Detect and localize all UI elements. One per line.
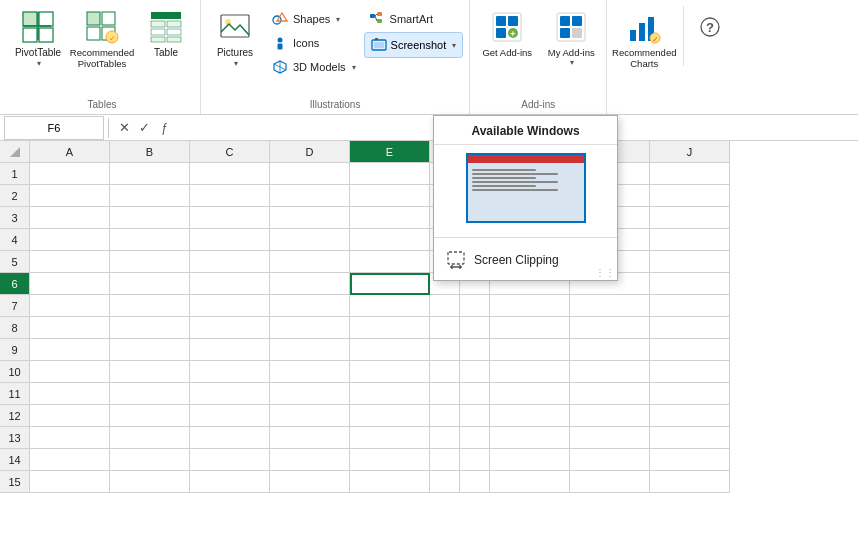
- screenshot-button[interactable]: Screenshot ▾: [364, 32, 464, 58]
- row-header-4[interactable]: 4: [0, 229, 30, 251]
- row-header-5[interactable]: 5: [0, 251, 30, 273]
- cell-J1[interactable]: [650, 163, 730, 185]
- cell-J5[interactable]: [650, 251, 730, 273]
- cell-D7[interactable]: [270, 295, 350, 317]
- cell-J7[interactable]: [650, 295, 730, 317]
- cell-G10[interactable]: [460, 361, 490, 383]
- cell-C3[interactable]: [190, 207, 270, 229]
- cell-H8[interactable]: [490, 317, 570, 339]
- cell-C4[interactable]: [190, 229, 270, 251]
- cell-E1[interactable]: [350, 163, 430, 185]
- cell-G8[interactable]: [460, 317, 490, 339]
- row-header-3[interactable]: 3: [0, 207, 30, 229]
- cell-J13[interactable]: [650, 427, 730, 449]
- cell-I9[interactable]: [570, 339, 650, 361]
- cell-B3[interactable]: [110, 207, 190, 229]
- cell-A1[interactable]: [30, 163, 110, 185]
- cell-D2[interactable]: [270, 185, 350, 207]
- cell-E14[interactable]: [350, 449, 430, 471]
- cell-C6[interactable]: [190, 273, 270, 295]
- row-header-13[interactable]: 13: [0, 427, 30, 449]
- cell-F8[interactable]: [430, 317, 460, 339]
- cell-F7[interactable]: [430, 295, 460, 317]
- cell-A2[interactable]: [30, 185, 110, 207]
- cell-B9[interactable]: [110, 339, 190, 361]
- cell-J15[interactable]: [650, 471, 730, 493]
- cell-D14[interactable]: [270, 449, 350, 471]
- cell-C9[interactable]: [190, 339, 270, 361]
- cell-A5[interactable]: [30, 251, 110, 273]
- cell-J11[interactable]: [650, 383, 730, 405]
- cell-A11[interactable]: [30, 383, 110, 405]
- cell-J9[interactable]: [650, 339, 730, 361]
- cell-J8[interactable]: [650, 317, 730, 339]
- cell-G7[interactable]: [460, 295, 490, 317]
- cell-C5[interactable]: [190, 251, 270, 273]
- col-header-a[interactable]: A: [30, 141, 110, 163]
- cell-H14[interactable]: [490, 449, 570, 471]
- screen-clipping-button[interactable]: Screen Clipping: [434, 244, 617, 280]
- my-addins-button[interactable]: My Add-ins ▾: [542, 6, 600, 70]
- cell-I13[interactable]: [570, 427, 650, 449]
- cell-G9[interactable]: [460, 339, 490, 361]
- cell-D11[interactable]: [270, 383, 350, 405]
- cell-C12[interactable]: [190, 405, 270, 427]
- cell-E15[interactable]: [350, 471, 430, 493]
- row-header-7[interactable]: 7: [0, 295, 30, 317]
- cell-H12[interactable]: [490, 405, 570, 427]
- pictures-button[interactable]: Pictures ▾: [207, 6, 263, 71]
- cell-C10[interactable]: [190, 361, 270, 383]
- cell-G15[interactable]: [460, 471, 490, 493]
- cell-E12[interactable]: [350, 405, 430, 427]
- cell-I8[interactable]: [570, 317, 650, 339]
- cell-D3[interactable]: [270, 207, 350, 229]
- cell-I7[interactable]: [570, 295, 650, 317]
- cell-C7[interactable]: [190, 295, 270, 317]
- cell-B5[interactable]: [110, 251, 190, 273]
- cell-A15[interactable]: [30, 471, 110, 493]
- get-addins-button[interactable]: + Get Add-ins: [476, 6, 538, 61]
- cell-C8[interactable]: [190, 317, 270, 339]
- cell-F15[interactable]: [430, 471, 460, 493]
- cell-H10[interactable]: [490, 361, 570, 383]
- cell-H9[interactable]: [490, 339, 570, 361]
- cell-A13[interactable]: [30, 427, 110, 449]
- cell-F13[interactable]: [430, 427, 460, 449]
- cell-C2[interactable]: [190, 185, 270, 207]
- cell-A7[interactable]: [30, 295, 110, 317]
- cell-J3[interactable]: [650, 207, 730, 229]
- cell-D10[interactable]: [270, 361, 350, 383]
- cell-D12[interactable]: [270, 405, 350, 427]
- row-header-8[interactable]: 8: [0, 317, 30, 339]
- cell-E13[interactable]: [350, 427, 430, 449]
- cell-A6[interactable]: [30, 273, 110, 295]
- cell-H7[interactable]: [490, 295, 570, 317]
- cell-E10[interactable]: [350, 361, 430, 383]
- cell-A12[interactable]: [30, 405, 110, 427]
- cell-B14[interactable]: [110, 449, 190, 471]
- col-header-e[interactable]: E: [350, 141, 430, 163]
- cell-D8[interactable]: [270, 317, 350, 339]
- cell-I10[interactable]: [570, 361, 650, 383]
- cell-E8[interactable]: [350, 317, 430, 339]
- cell-E2[interactable]: [350, 185, 430, 207]
- recommended-charts-button[interactable]: ✓ RecommendedCharts: [613, 6, 675, 73]
- cell-B12[interactable]: [110, 405, 190, 427]
- row-header-14[interactable]: 14: [0, 449, 30, 471]
- col-header-j[interactable]: J: [650, 141, 730, 163]
- row-header-11[interactable]: 11: [0, 383, 30, 405]
- col-header-d[interactable]: D: [270, 141, 350, 163]
- col-header-b[interactable]: B: [110, 141, 190, 163]
- cell-D6[interactable]: [270, 273, 350, 295]
- cell-J2[interactable]: [650, 185, 730, 207]
- cell-G12[interactable]: [460, 405, 490, 427]
- smartart-button[interactable]: SmartArt: [364, 8, 464, 30]
- cell-E11[interactable]: [350, 383, 430, 405]
- cell-B15[interactable]: [110, 471, 190, 493]
- cell-B7[interactable]: [110, 295, 190, 317]
- cell-J14[interactable]: [650, 449, 730, 471]
- cell-A4[interactable]: [30, 229, 110, 251]
- row-header-1[interactable]: 1: [0, 163, 30, 185]
- cell-B13[interactable]: [110, 427, 190, 449]
- cell-E5[interactable]: [350, 251, 430, 273]
